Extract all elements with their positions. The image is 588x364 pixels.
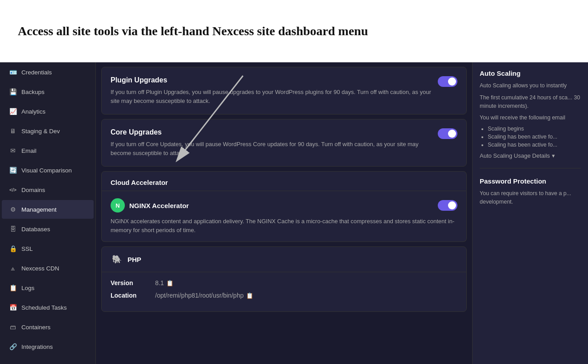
integrations-icon: 🔗 — [9, 343, 17, 351]
auto-scaling-list: Scaling begins Scaling has been active f… — [480, 126, 581, 148]
ssl-icon: 🔒 — [9, 245, 17, 253]
sidebar-item-management[interactable]: ⚙ Management — [2, 200, 94, 219]
nginx-accelerator-toggle[interactable] — [438, 200, 457, 211]
sidebar-item-containers[interactable]: 🗃 Containers — [2, 318, 94, 336]
php-header: 🐘 PHP — [102, 247, 466, 272]
logs-icon: 📋 — [9, 284, 17, 292]
auto-scaling-section: Auto Scaling Auto Scaling allows you to … — [480, 70, 581, 168]
php-version-row: Version 8.1 📋 — [111, 279, 457, 286]
sidebar-item-email[interactable]: ✉ Email — [2, 141, 94, 160]
sidebar-label-ssl: SSL — [21, 245, 33, 252]
php-elephant-icon: 🐘 — [111, 253, 123, 266]
sidebar-item-visual-comparison[interactable]: 🔄 Visual Comparison — [2, 161, 94, 180]
php-version-label: Version — [111, 279, 146, 286]
password-protection-desc: You can require visitors to have a p... … — [480, 189, 581, 206]
sidebar-label-visual-comparison: Visual Comparison — [21, 167, 72, 174]
right-panel: Auto Scaling Auto Scaling allows you to … — [472, 62, 588, 364]
core-upgrades-block: Core Upgrades If you turn off Core Updat… — [101, 119, 467, 167]
nginx-icon-label: N — [115, 202, 119, 209]
sidebar-item-logs[interactable]: 📋 Logs — [2, 278, 94, 297]
password-protection-title: Password Protection — [480, 177, 581, 185]
auto-scaling-usage-link[interactable]: Auto Scaling Usage Details ▾ — [480, 152, 581, 159]
email-icon: ✉ — [9, 147, 17, 155]
banner-title: Access all site tools via the left-hand … — [18, 24, 368, 38]
sidebar-item-nexcess-cdn[interactable]: ⟁ Nexcess CDN — [2, 259, 94, 278]
php-body: Version 8.1 📋 Location /opt/remi/php81/r… — [102, 272, 466, 311]
sidebar-item-databases[interactable]: 🗄 Databases — [2, 220, 94, 238]
staging-icon: 🖥 — [9, 127, 17, 135]
plugin-upgrades-block: Plugin Upgrades If you turn off Plugin U… — [101, 67, 467, 115]
management-icon: ⚙ — [9, 205, 17, 213]
php-location-label: Location — [111, 292, 146, 299]
plugin-upgrades-desc: If you turn off Plugin Upgrades, you wil… — [111, 88, 433, 105]
sidebar-item-integrations[interactable]: 🔗 Integrations — [2, 337, 94, 356]
main-area: 🪪 Credentials 💾 Backups 📈 Analytics 🖥 St… — [0, 62, 588, 364]
cloud-accelerator-title: Cloud Accelerator — [111, 179, 168, 186]
sidebar-item-show-less[interactable]: ^ Show Less — [2, 360, 94, 364]
sidebar-item-domains[interactable]: </> Domains — [2, 180, 94, 199]
php-version-value: 8.1 📋 — [155, 279, 173, 286]
plugin-upgrades-row: Plugin Upgrades If you turn off Plugin U… — [111, 76, 457, 105]
main-content: Plugin Upgrades If you turn off Plugin U… — [96, 62, 472, 364]
sidebar-label-containers: Containers — [21, 324, 50, 331]
top-banner: Access all site tools via the left-hand … — [0, 0, 588, 62]
content-wrapper: Plugin Upgrades If you turn off Plugin U… — [96, 62, 588, 364]
domains-icon: </> — [9, 186, 17, 194]
sidebar: 🪪 Credentials 💾 Backups 📈 Analytics 🖥 St… — [0, 62, 96, 364]
sidebar-label-staging: Staging & Dev — [21, 128, 60, 135]
sidebar-item-analytics[interactable]: 📈 Analytics — [2, 102, 94, 121]
sidebar-label-nexcess-cdn: Nexcess CDN — [21, 265, 59, 272]
sidebar-label-logs: Logs — [21, 285, 34, 291]
auto-scaling-desc2: The first cumulative 24 hours of sca... … — [480, 94, 581, 110]
sidebar-label-credentials: Credentials — [21, 69, 52, 76]
php-location-copy-icon[interactable]: 📋 — [246, 292, 253, 299]
backups-icon: 💾 — [9, 88, 17, 96]
analytics-icon: 📈 — [9, 107, 17, 115]
cloud-accelerator-header: Cloud Accelerator — [101, 171, 467, 191]
core-upgrades-title: Core Upgrades — [111, 128, 433, 136]
php-version-copy-icon[interactable]: 📋 — [166, 280, 173, 286]
plugin-upgrades-text: Plugin Upgrades If you turn off Plugin U… — [111, 76, 433, 105]
sidebar-label-integrations: Integrations — [21, 344, 53, 350]
core-upgrades-row: Core Upgrades If you turn off Core Updat… — [111, 128, 457, 157]
auto-scaling-desc1: Auto Scaling allows you to instantly — [480, 82, 581, 90]
credentials-icon: 🪪 — [9, 68, 17, 76]
scaling-list-item-1: Scaling begins — [488, 126, 581, 132]
sidebar-label-management: Management — [21, 206, 57, 213]
sidebar-item-ssl[interactable]: 🔒 SSL — [2, 239, 94, 258]
nginx-accelerator-desc: NGINX accelerates content and applicatio… — [111, 217, 457, 234]
sidebar-item-credentials[interactable]: 🪪 Credentials — [2, 63, 94, 82]
sidebar-item-staging-dev[interactable]: 🖥 Staging & Dev — [2, 122, 94, 140]
containers-icon: 🗃 — [9, 323, 17, 331]
auto-scaling-title: Auto Scaling — [480, 70, 581, 77]
chevron-down-icon: ▾ — [552, 152, 555, 159]
nginx-header-row: N NGINX Accelerator — [111, 198, 457, 213]
sidebar-label-email: Email — [21, 147, 37, 154]
core-upgrades-toggle[interactable] — [438, 128, 457, 139]
sidebar-label-backups: Backups — [21, 89, 45, 95]
php-block: 🐘 PHP Version 8.1 📋 Location /op — [101, 246, 467, 312]
scaling-list-item-2: Scaling has been active fo... — [488, 134, 581, 140]
auto-scaling-desc3: You will receive the following email — [480, 114, 581, 122]
databases-icon: 🗄 — [9, 225, 17, 233]
plugin-upgrades-toggle[interactable] — [438, 76, 457, 87]
sidebar-item-backups[interactable]: 💾 Backups — [2, 82, 94, 101]
php-location-value: /opt/remi/php81/root/usr/bin/php 📋 — [155, 292, 253, 299]
nexcess-cdn-icon: ⟁ — [9, 264, 17, 272]
nginx-title-area: N NGINX Accelerator — [111, 198, 189, 213]
core-upgrades-text: Core Upgrades If you turn off Core Updat… — [111, 128, 433, 157]
sidebar-item-scheduled-tasks[interactable]: 📅 Scheduled Tasks — [2, 298, 94, 317]
core-upgrades-desc: If you turn off Core Updates, you will p… — [111, 140, 433, 157]
php-location-row: Location /opt/remi/php81/root/usr/bin/ph… — [111, 292, 457, 299]
sidebar-label-analytics: Analytics — [21, 108, 45, 115]
scaling-list-item-3: Scaling has been active fo... — [488, 142, 581, 148]
nginx-accelerator-block: N NGINX Accelerator NGINX accelerates co… — [101, 191, 467, 242]
scheduled-tasks-icon: 📅 — [9, 303, 17, 311]
php-title: PHP — [127, 256, 141, 263]
nginx-logo-icon: N — [111, 198, 125, 213]
nginx-accelerator-title: NGINX Accelerator — [129, 202, 189, 209]
sidebar-label-scheduled-tasks: Scheduled Tasks — [21, 304, 67, 311]
plugin-upgrades-title: Plugin Upgrades — [111, 76, 433, 84]
auto-scaling-link-label: Auto Scaling Usage Details — [480, 152, 550, 159]
password-protection-section: Password Protection You can require visi… — [480, 177, 581, 219]
